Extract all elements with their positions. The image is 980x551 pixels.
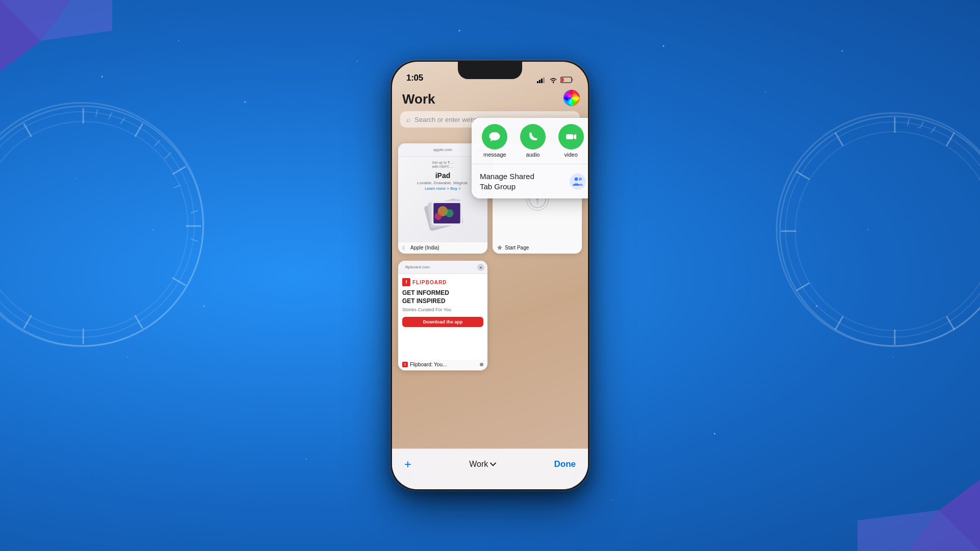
done-button[interactable]: Done <box>554 459 576 469</box>
svg-line-34 <box>24 124 31 136</box>
svg-line-59 <box>931 127 936 133</box>
svg-line-27 <box>173 278 185 285</box>
new-tab-button[interactable]: + <box>404 458 411 470</box>
message-bubble-icon <box>488 130 501 143</box>
svg-rect-66 <box>537 81 538 83</box>
svg-point-80 <box>445 209 453 217</box>
svg-line-42 <box>191 239 198 241</box>
svg-text::  <box>403 245 405 251</box>
svg-point-22 <box>0 121 188 331</box>
chevron-down-icon <box>490 462 496 466</box>
flipboard-loading-dot <box>480 363 483 366</box>
search-icon: ⌕ <box>406 115 410 123</box>
apple-ad-links: Learn more > Buy > <box>425 186 461 191</box>
share-option-message[interactable]: message <box>476 124 514 158</box>
share-popup: message audio <box>472 118 588 198</box>
tab-group-title: Work <box>400 91 580 107</box>
tab-title-flipboard: Flipboard: You... <box>410 362 447 367</box>
svg-line-24 <box>135 124 142 136</box>
audio-icon-circle <box>520 124 546 149</box>
svg-line-53 <box>797 283 809 290</box>
svg-line-52 <box>836 317 843 329</box>
apple-ad-subtitle: Lovable. Drawable. Magical. <box>417 181 469 185</box>
tab-label-apple:  Apple (India) <box>398 242 487 254</box>
svg-point-91 <box>579 178 582 181</box>
people-icon <box>572 176 584 188</box>
svg-rect-71 <box>561 78 564 82</box>
tab-url-flipboard: flipboard.com <box>402 265 483 269</box>
svg-line-55 <box>797 172 809 179</box>
tab-label-start: Start Page <box>493 242 582 254</box>
svg-point-90 <box>575 177 578 181</box>
video-camera-icon <box>565 130 578 143</box>
clock-decoration-left <box>0 102 204 347</box>
flipboard-download-btn[interactable]: Download the app <box>402 317 483 327</box>
svg-line-57 <box>908 119 909 126</box>
flipboard-favicon: f <box>402 362 408 367</box>
svg-line-58 <box>920 122 923 128</box>
flipboard-subtitle: Stories Curated For You <box>402 307 483 312</box>
svg-line-37 <box>120 118 125 123</box>
share-option-audio[interactable]: audio <box>514 124 552 158</box>
audio-label: audio <box>526 152 540 158</box>
flipboard-header: f FLIPBOARD <box>402 278 483 286</box>
svg-line-50 <box>947 317 954 329</box>
flipboard-headline2: GET INSPIRED <box>402 297 483 305</box>
clock-decoration-right <box>776 112 980 347</box>
star-favicon <box>497 244 503 251</box>
video-label: video <box>565 152 578 158</box>
svg-line-30 <box>24 316 31 328</box>
signal-icon <box>537 77 546 83</box>
phone-device: 1:05 <box>390 60 590 491</box>
flipboard-logo: f <box>402 278 410 286</box>
phone-frame: 1:05 <box>390 60 590 491</box>
phone-icon <box>526 130 540 143</box>
svg-line-25 <box>173 167 185 174</box>
svg-point-86 <box>536 198 538 201</box>
battery-icon <box>560 77 574 83</box>
svg-rect-88 <box>566 134 573 139</box>
tab-close-flipboard[interactable]: × <box>477 264 484 271</box>
phone-notch <box>458 62 522 79</box>
share-option-video[interactable]: video <box>552 124 588 158</box>
tab-content-flipboard: f FLIPBOARD GET INFORMED GET INSPIRED St… <box>398 274 487 360</box>
svg-line-40 <box>174 185 180 188</box>
svg-marker-89 <box>574 134 576 140</box>
tab-title-start: Start Page <box>505 245 529 251</box>
flipboard-brand: FLIPBOARD <box>412 280 447 285</box>
svg-line-36 <box>109 113 112 119</box>
tab-label-flipboard: f Flipboard: You... <box>398 360 487 370</box>
svg-rect-67 <box>539 80 541 83</box>
svg-point-81 <box>434 213 442 220</box>
svg-point-21 <box>0 106 203 346</box>
apple-ad-promo: Get up to ₹ ...with HDFC ... <box>432 161 454 168</box>
status-time: 1:05 <box>406 73 423 83</box>
status-icons <box>537 77 574 83</box>
wifi-icon <box>549 77 557 83</box>
phone-screen: 1:05 <box>392 62 588 489</box>
tab-card-flipboard[interactable]: flipboard.com × f FLIPBOARD GET INFORMED… <box>398 261 487 370</box>
svg-line-28 <box>135 316 142 328</box>
svg-line-39 <box>165 153 171 159</box>
tab-title-apple: Apple (India) <box>410 245 439 251</box>
bottom-toolbar: + Work Done <box>392 448 588 489</box>
video-icon-circle <box>558 124 584 149</box>
tab-topbar-flipboard: flipboard.com × <box>398 261 487 274</box>
tab-group-name: Work <box>469 460 488 469</box>
ipad-illustration <box>419 192 467 240</box>
manage-tab-group-label: Manage SharedTab Group <box>480 171 534 191</box>
svg-point-43 <box>780 116 980 346</box>
manage-shared-tab-group[interactable]: Manage SharedTab Group <box>472 164 588 198</box>
tab-group-selector[interactable]: Work <box>469 460 496 469</box>
svg-rect-69 <box>543 77 545 83</box>
svg-line-46 <box>947 133 954 145</box>
svg-line-35 <box>96 110 97 116</box>
manage-tab-group-icon <box>570 173 586 190</box>
flipboard-headline1: GET INFORMED <box>402 289 483 296</box>
message-icon-circle <box>482 124 507 149</box>
tabs-row-2: flipboard.com × f FLIPBOARD GET INFORMED… <box>398 261 582 370</box>
apple-favicon:  <box>402 244 408 251</box>
share-options-row: message audio <box>472 118 588 164</box>
apple-ipad-title: iPad <box>435 171 451 180</box>
svg-marker-87 <box>497 245 502 250</box>
